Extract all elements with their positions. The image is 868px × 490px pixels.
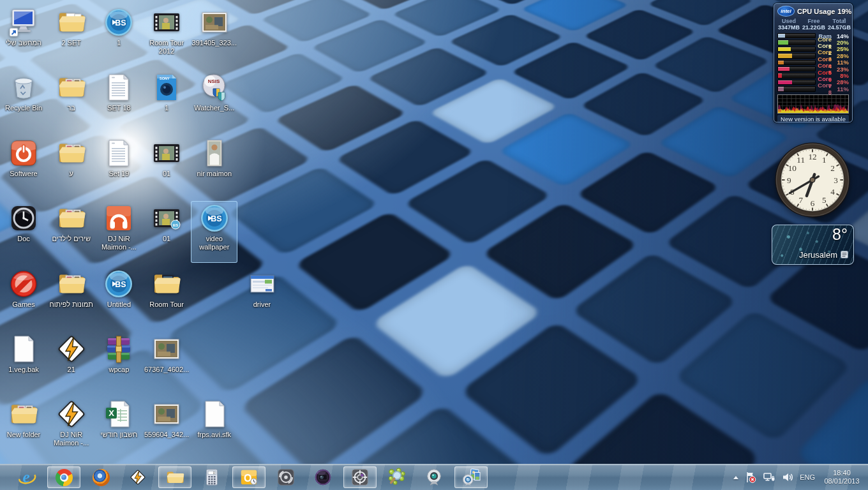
desktop-icon-559604-342[interactable]: 559604_342... [144,397,190,459]
taskbar-button-windows-explorer[interactable] [158,466,191,488]
svg-text:0: 0 [213,471,215,475]
desktop-icon-1-veg-bak[interactable]: 1.veg.bak [1,332,47,394]
desktop-icon-computer[interactable]: המחשב שלי [1,5,47,67]
taskbar-button-calculator[interactable]: 0 [195,466,228,488]
folder-video-icon [151,269,182,299]
window-icon [247,269,278,299]
photo-webcam-app-icon [461,468,481,487]
desktop-icon-frps-avi-sfk[interactable]: frps.avi.sfk [191,397,237,459]
desktop-icon-label: New folder [1,431,47,439]
webcam-app-icon [424,468,444,487]
desktop-icon-folder-photo[interactable]: תמונות לפיתוח [48,267,94,329]
desktop-icon-label: Recycle Bin [1,104,47,112]
desktop-icon-set-18[interactable]: SET 18 [96,70,142,132]
cpu-meter-bar [777,60,816,66]
desktop-icon-1[interactable]: SONY 1 [144,70,190,132]
desktop-icon-room-tour[interactable]: Room Tour [144,267,190,329]
desktop-icon-1[interactable]: BS 1 [96,5,142,67]
desktop-icon-watcher-s[interactable]: NSIS Watcher_S... [191,70,237,132]
chrome-icon [54,468,73,487]
desktop-icon-391405-323[interactable]: 391405_323... [191,5,237,67]
desktop-icon-label: driver [239,301,285,309]
desktop-icon-label: Doc [1,235,47,243]
taskbar-button-winamp[interactable] [121,466,154,488]
cpu-meter-row: Ram 14% [777,33,849,39]
desktop-icon-01[interactable]: 01 [144,136,190,198]
desktop-icon-21[interactable]: 21 [48,332,94,394]
photo-icon [199,7,230,38]
taskbar-button-firefox[interactable] [84,466,117,488]
cpu-meter-percent: 20% [832,39,849,46]
computer-icon [8,7,39,38]
desktop-icon-label: בר [48,104,94,112]
desktop-icon-wpcap[interactable]: wpcap [96,332,142,394]
desktop-icon-label: 21 [48,366,94,374]
cpu-meter-percent: 28% [832,78,849,85]
weather-menu-icon[interactable] [841,251,848,258]
desktop-icon-recycle-bin[interactable]: Recycle Bin [1,70,47,132]
desktop-icon-2-set[interactable]: ★ 2 SET [48,5,94,67]
desktop-icon-video-wallpaper[interactable]: BS video wallpaper [191,201,237,263]
desktop-icon-set-19[interactable]: Set 19 [96,136,142,198]
svg-text:9: 9 [787,175,791,185]
desktop-icon-doc[interactable]: Doc [1,201,47,263]
taskbar-button-photo-webcam-app[interactable] [454,466,488,488]
desktop-icon-nir-maimon[interactable]: nir maimon [191,136,237,198]
taskbar-clock[interactable]: 18:40 08/01/2013 [821,469,863,486]
network-icon[interactable] [763,471,775,484]
desktop-icon-01[interactable]: BS 01 [144,201,190,263]
taskbar-button-capture-tool[interactable] [343,466,377,488]
taskbar-button-webcam-app[interactable] [417,466,451,488]
volume-icon[interactable] [781,471,794,484]
desktop-icon-excel[interactable]: X חשבון חודשי [96,397,142,459]
desktop-icon-folder-photo[interactable]: בר [48,70,94,132]
weather-gadget[interactable]: 8° Jerusalem [772,225,854,265]
desktop-icon-folder-photo[interactable]: שירים לילדים [48,201,94,263]
cpu-gadget-update-link[interactable]: New version is available [777,115,849,123]
taskbar-time: 18:40 [821,469,863,477]
desktop-icon-67367-4602[interactable]: 67367_4602... [144,332,190,394]
cpu-meter-bar [777,40,816,45]
desktop-icon-dj-nir-maimon[interactable]: DJ NiR Maimon -... [48,397,94,459]
desktop-icon-area: המחשב שלי ★ 2 SET BS 1 Room Tour 2012 39… [0,0,868,464]
taskbar-button-outlook[interactable]: O [232,466,266,488]
desktop-icon-new-folder[interactable]: New folder [1,397,47,459]
language-indicator[interactable]: ENG [800,473,815,481]
headphones-icon [103,203,134,234]
taskbar-button-media-app[interactable] [269,466,303,488]
svg-text:12: 12 [808,152,816,161]
desktop-icon-label: DJ NiR Maimon -... [96,235,142,251]
taskbar-button-internet-explorer[interactable]: e [10,466,43,488]
cpu-meter-bar [777,80,816,85]
cpu-usage-gadget[interactable]: intel CPU Usage 19% ♪ Used Free Total 33… [774,3,853,122]
taskbar-button-chrome[interactable] [47,466,80,488]
cpu-meter-row: Core 3 28% [777,52,849,59]
desktop-icon-folder-photo[interactable]: ע [48,136,94,198]
winamp-icon [128,468,147,487]
cpu-gadget-title: CPU Usage [797,8,835,15]
desktop-icon-untitled[interactable]: BS Untitled [96,267,142,329]
action-center-flag-icon[interactable] [744,471,757,484]
show-hidden-icons-button[interactable] [733,476,738,479]
taskbar[interactable]: e 0 O [0,464,868,490]
taskbar-button-webcam-viewer[interactable] [306,466,340,488]
desktop-icon-dj-nir-maimon[interactable]: DJ NiR Maimon -... [96,201,142,263]
cpu-meter-percent: 8% [832,72,849,79]
cpu-meter-bar [777,73,816,78]
excel-icon: X [103,399,134,429]
cpu-meter-percent: 23% [832,66,849,73]
weather-temperature: 8° [832,225,848,244]
desktop-icon-driver[interactable]: driver [239,267,285,329]
taskbar-button-malware-search[interactable] [380,466,414,488]
desktop-icon-softwere[interactable]: Softwere [1,136,47,198]
system-tray: ENG 18:40 08/01/2013 [733,464,868,490]
analog-clock-gadget[interactable]: 121234567891011 [772,139,853,221]
desktop-icon-label: Games [1,301,47,309]
desktop-icon-label: 2 SET [48,39,94,47]
desktop-icon-label: SET 18 [96,104,142,112]
memory-total-value: 24.57GB [827,24,851,31]
desktop-icon-label: wpcap [96,366,142,374]
desktop-icon-label: המחשב שלי [1,39,47,47]
desktop-icon-games[interactable]: Games [1,267,47,329]
desktop-icon-room-tour-2012[interactable]: Room Tour 2012 [144,5,190,67]
